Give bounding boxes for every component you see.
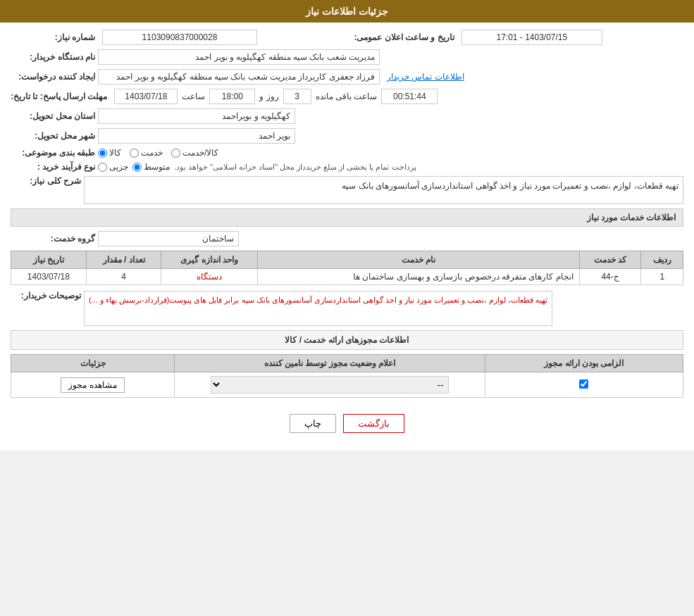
need-description-label: شرح کلی نیاز: bbox=[11, 176, 81, 186]
content-area: 1403/07/15 - 17:01 تاریخ و ساعت اعلان عم… bbox=[0, 23, 694, 451]
row-process-type: پرداخت تمام یا بخشی از مبلغ خریدداز محل … bbox=[11, 162, 683, 172]
process-radio-jozi[interactable] bbox=[98, 163, 107, 172]
creator-value: فرزاد جعفری کاربرداز مدیریت شعب بانک سپه… bbox=[98, 69, 380, 84]
deadline-days-value: 3 bbox=[283, 89, 311, 104]
cell-service-code: ج-44 bbox=[579, 269, 641, 285]
announce-date-label: تاریخ و ساعت اعلان عمومی: bbox=[354, 32, 454, 42]
category-radio-group: کالا/خدمت خدمت کالا bbox=[98, 148, 218, 158]
cell-service-name: انجام کارهای متفرقه درخصوص بازسازی و بهس… bbox=[258, 269, 580, 285]
buyer-notes-label: توصیحات خریدار: bbox=[11, 291, 81, 301]
need-description-value: تهیه قطعات، لوازم ،نصب و تعمیرات مورد نی… bbox=[84, 176, 683, 204]
category-label: طبقه بندی موضوعی: bbox=[11, 148, 95, 158]
process-jozi[interactable]: جزیی bbox=[98, 162, 128, 172]
bottom-buttons: بازگشت چاپ bbox=[11, 403, 683, 444]
category-kala-label: کالا bbox=[109, 148, 121, 158]
permits-table: الزامی بودن ارائه مجوز اعلام وضعیت مجوز … bbox=[11, 354, 683, 398]
col-row-num: ردیف bbox=[641, 251, 683, 269]
permit-required-cell bbox=[485, 372, 683, 398]
permit-row: -- مشاهده مجوز bbox=[11, 372, 683, 398]
permit-status-cell: -- bbox=[175, 372, 485, 398]
services-table: ردیف کد خدمت نام خدمت واحد اندازه گیری ت… bbox=[11, 251, 683, 285]
row-description: تهیه قطعات، لوازم ،نصب و تعمیرات مورد نی… bbox=[11, 176, 683, 204]
page-wrapper: جزئیات اطلاعات نیاز 1403/07/15 - 17:01 ت… bbox=[0, 0, 694, 451]
category-kala[interactable]: کالا bbox=[98, 148, 121, 158]
cell-unit: دستگاه bbox=[161, 269, 258, 285]
category-khidmat[interactable]: خدمت bbox=[130, 148, 163, 158]
need-number-label: شماره نیاز: bbox=[11, 32, 95, 42]
process-jozi-label: جزیی bbox=[109, 162, 128, 172]
buyer-name-label: نام دستگاه خریدار: bbox=[11, 52, 95, 62]
category-khidmat-label: خدمت bbox=[141, 148, 163, 158]
process-radio-mutavasit[interactable] bbox=[132, 163, 142, 172]
col-quantity: تعداد / مقدار bbox=[86, 251, 161, 269]
view-permit-button[interactable]: مشاهده مجوز bbox=[61, 377, 124, 393]
deadline-time-label: ساعت bbox=[182, 92, 205, 101]
row-buyer-name: مدیریت شعب بانک سپه منطقه کهگیلویه و بوی… bbox=[11, 49, 683, 65]
col-service-code: کد خدمت bbox=[579, 251, 641, 269]
row-deadline: 00:51:44 ساعت باقی مانده 3 روز و 18:00 س… bbox=[11, 89, 683, 104]
process-note: پرداخت تمام یا بخشی از مبلغ خریدداز محل … bbox=[174, 163, 416, 172]
announce-date-value: 1403/07/15 - 17:01 bbox=[461, 30, 602, 45]
col-date: تاریخ نیاز bbox=[11, 251, 87, 269]
need-number-group: 1103090837000028 شماره نیاز: bbox=[11, 30, 340, 45]
process-mutavasit[interactable]: متوسط bbox=[132, 162, 170, 172]
deadline-time-value: 18:00 bbox=[209, 89, 255, 104]
print-button[interactable]: چاپ bbox=[290, 414, 336, 433]
announce-date-group: 1403/07/15 - 17:01 تاریخ و ساعت اعلان عم… bbox=[354, 30, 684, 45]
province-value: کهگیلویه و بویراحمد bbox=[98, 108, 295, 124]
contact-link[interactable]: اطلاعات تماس خریدار bbox=[387, 72, 464, 82]
province-label: استان محل تحویل: bbox=[11, 111, 95, 121]
permits-table-header: الزامی بودن ارائه مجوز اعلام وضعیت مجوز … bbox=[11, 355, 683, 372]
deadline-days-label: روز و bbox=[259, 92, 278, 101]
row-service-group: ساختمان گروه خدمت: bbox=[11, 231, 683, 246]
city-value: بویر احمد bbox=[98, 128, 295, 144]
process-mutavasit-label: متوسط bbox=[144, 162, 170, 172]
services-table-header: ردیف کد خدمت نام خدمت واحد اندازه گیری ت… bbox=[11, 251, 683, 269]
permit-status-select[interactable]: -- bbox=[211, 376, 450, 394]
cell-row-num: 1 bbox=[641, 269, 683, 285]
col-unit: واحد اندازه گیری bbox=[161, 251, 258, 269]
deadline-remaining-label: ساعت باقی مانده bbox=[316, 92, 378, 101]
services-section-title: اطلاعات خدمات مورد نیاز bbox=[11, 208, 683, 227]
category-radio-kala-khidmat[interactable] bbox=[171, 149, 180, 158]
row-buyer-notes: تهیه قطعات، لوازم ،نصب و تعمیرات مورد نی… bbox=[11, 291, 683, 326]
city-label: شهر محل تحویل: bbox=[11, 131, 95, 141]
deadline-remaining-value: 00:51:44 bbox=[381, 89, 438, 104]
permits-section-title: اطلاعات مجوزهای ارائه خدمت / کالا bbox=[11, 330, 683, 350]
page-title: جزئیات اطلاعات نیاز bbox=[306, 6, 388, 17]
row-city: بویر احمد شهر محل تحویل: bbox=[11, 128, 683, 144]
row-province: کهگیلویه و بویراحمد استان محل تحویل: bbox=[11, 108, 683, 124]
page-header: جزئیات اطلاعات نیاز bbox=[0, 0, 694, 23]
buyer-name-value: مدیریت شعب بانک سپه منطقه کهگیلویه و بوی… bbox=[98, 49, 380, 65]
deadline-date-value: 1403/07/18 bbox=[114, 89, 178, 104]
creator-label: ایجاد کننده درخواست: bbox=[11, 72, 95, 82]
row-category: کالا/خدمت خدمت کالا طبقه بندی موضوعی: bbox=[11, 148, 683, 158]
col-permit-required: الزامی بودن ارائه مجوز bbox=[485, 355, 683, 372]
process-type-group: پرداخت تمام یا بخشی از مبلغ خریدداز محل … bbox=[98, 162, 416, 172]
col-permit-details: جزئیات bbox=[11, 355, 175, 372]
service-group-value: ساختمان bbox=[98, 231, 239, 246]
row-creator: اطلاعات تماس خریدار فرزاد جعفری کاربرداز… bbox=[11, 69, 683, 84]
col-permit-status: اعلام وضعیت مجوز توسط نامین کننده bbox=[175, 355, 485, 372]
deadline-label: مهلت ارسال پاسخ: تا تاریخ: bbox=[11, 92, 107, 101]
category-kala-khidmat-label: کالا/خدمت bbox=[182, 148, 218, 158]
col-service-name: نام خدمت bbox=[258, 251, 580, 269]
cell-date: 1403/07/18 bbox=[11, 269, 87, 285]
category-radio-khidmat[interactable] bbox=[130, 149, 139, 158]
category-kala-khidmat[interactable]: کالا/خدمت bbox=[171, 148, 218, 158]
need-number-value: 1103090837000028 bbox=[102, 30, 257, 45]
row-need-number: 1403/07/15 - 17:01 تاریخ و ساعت اعلان عم… bbox=[11, 30, 683, 45]
back-button[interactable]: بازگشت bbox=[343, 414, 404, 433]
permit-required-checkbox[interactable] bbox=[579, 379, 588, 389]
buyer-notes-value: تهیه قطعات، لوازم ،نصب و تعمیرات مورد نی… bbox=[84, 291, 552, 326]
table-row: 1 ج-44 انجام کارهای متفرقه درخصوص بازساز… bbox=[11, 269, 683, 285]
permit-details-cell: مشاهده مجوز bbox=[11, 372, 175, 398]
service-group-label: گروه خدمت: bbox=[11, 234, 95, 244]
cell-quantity: 4 bbox=[86, 269, 161, 285]
category-radio-kala[interactable] bbox=[98, 149, 107, 158]
deadline-group: 00:51:44 ساعت باقی مانده 3 روز و 18:00 س… bbox=[11, 89, 438, 104]
process-type-label: نوع فرآیند خرید : bbox=[11, 162, 95, 172]
